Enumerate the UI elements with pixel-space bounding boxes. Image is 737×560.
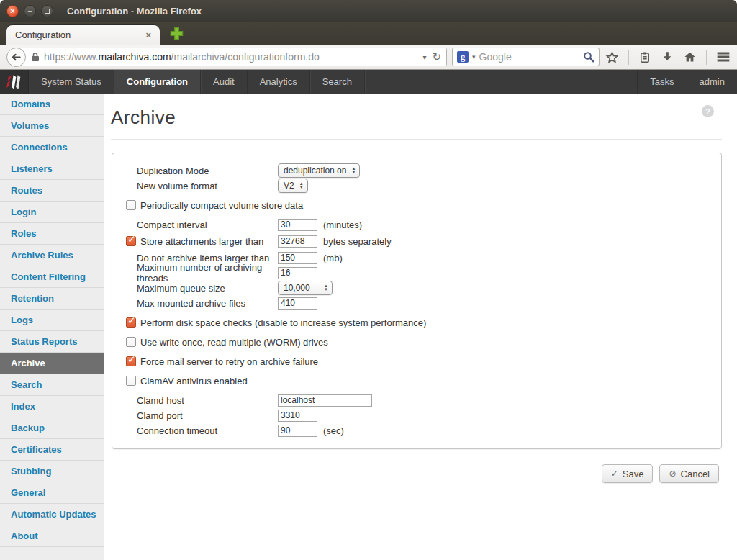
compact-interval-label: Compact interval	[137, 220, 278, 230]
spin-down-icon[interactable]: ▼	[299, 186, 304, 189]
form-row-max-archiving-threads: Maximum number of archiving threads	[126, 266, 707, 280]
new-volume-format-select[interactable]: V2▲▼	[278, 179, 308, 193]
sidebar-item-about[interactable]: About	[0, 525, 104, 547]
url-bar[interactable]: https://www.mailarchiva.com/mailarchiva/…	[16, 48, 447, 66]
max-archiving-threads-input[interactable]	[278, 267, 317, 279]
sidebar-item-stubbing[interactable]: Stubbing	[0, 461, 104, 482]
max-mounted-archive-files-input[interactable]	[278, 297, 317, 310]
compact-interval-input[interactable]	[278, 219, 317, 231]
tab-configuration[interactable]: Configuration ×	[6, 24, 160, 45]
sidebar-item-general[interactable]: General	[0, 482, 104, 504]
window-maximize-button[interactable]	[41, 5, 53, 17]
sidebar-item-domains[interactable]: Domains	[0, 94, 104, 115]
home-icon[interactable]	[683, 50, 697, 63]
form-actions: ✓ Save ⊘ Cancel	[111, 464, 719, 483]
store-attachments-larger-checkbox[interactable]: ✓	[126, 236, 136, 246]
max-item-size-input[interactable]	[278, 252, 317, 264]
compact-volume-store-label: Periodically compact volume store data	[140, 200, 303, 211]
sidebar-item-certificates[interactable]: Certificates	[0, 439, 104, 461]
search-input[interactable]: Google	[479, 51, 579, 63]
connection-timeout-input[interactable]	[278, 425, 317, 437]
browser-toolbar: https://www.mailarchiva.com/mailarchiva/…	[0, 45, 737, 70]
cancel-button[interactable]: ⊘ Cancel	[659, 464, 719, 483]
sidebar-item-volumes[interactable]: Volumes	[0, 115, 104, 137]
max-queue-size-label: Maximum queue size	[137, 283, 278, 294]
connection-timeout-suffix: (sec)	[323, 425, 344, 436]
nav-item-system-status[interactable]: System Status	[29, 70, 114, 94]
search-magnifier-icon[interactable]	[583, 51, 594, 63]
sidebar-item-automatic-updates[interactable]: Automatic Updates	[0, 504, 104, 525]
window-minimize-button[interactable]: −	[24, 5, 36, 17]
sidebar-item-index[interactable]: Index	[0, 396, 104, 417]
reload-icon[interactable]: ↻	[432, 50, 441, 63]
sidebar-item-routes[interactable]: Routes	[0, 180, 104, 202]
form-row-disk-space-checks: ✓Perform disk space checks (disable to i…	[126, 315, 707, 330]
sidebar-item-search[interactable]: Search	[0, 374, 104, 396]
tab-close-icon[interactable]: ×	[145, 30, 151, 40]
store-attachments-larger-input[interactable]	[278, 235, 317, 248]
nav-item-audit[interactable]: Audit	[201, 70, 248, 94]
new-tab-button[interactable]	[169, 26, 184, 41]
sidebar-item-login[interactable]: Login	[0, 202, 104, 223]
form-row-clamd-port: Clamd port	[126, 408, 707, 423]
spinner-arrows-icon[interactable]: ▲▼	[351, 167, 356, 174]
save-button-label: Save	[623, 469, 644, 479]
maximize-icon	[45, 9, 50, 14]
retry-on-failure-label: Force mail server to retry on archive fa…	[140, 356, 318, 367]
archive-settings-panel: Duplication Modededuplication on▲▼New vo…	[112, 153, 722, 449]
sidebar-item-archive-rules[interactable]: Archive Rules	[0, 245, 104, 266]
sidebar-item-roles[interactable]: Roles	[0, 223, 104, 245]
form-row-max-mounted-archive-files: Max mounted archive files	[126, 296, 707, 310]
sidebar-item-archive[interactable]: Archive	[0, 353, 104, 374]
search-bar[interactable]: g ▾ Google	[452, 48, 600, 66]
duplication-mode-select[interactable]: deduplication on▲▼	[278, 163, 360, 178]
form-row-store-attachments-larger: ✓Store attachments larger thanbytes sepa…	[126, 234, 707, 248]
sidebar-item-listeners[interactable]: Listeners	[0, 158, 104, 180]
bookmarks-menu-icon[interactable]	[638, 50, 651, 64]
sidebar-item-logs[interactable]: Logs	[0, 310, 104, 331]
app-nav-items: System StatusConfigurationAuditAnalytics…	[29, 70, 365, 94]
nav-item-admin[interactable]: admin	[687, 70, 737, 94]
window-close-button[interactable]: ×	[6, 5, 19, 17]
nav-item-search[interactable]: Search	[310, 70, 365, 94]
sidebar-item-connections[interactable]: Connections	[0, 137, 104, 158]
sidebar-item-backup[interactable]: Backup	[0, 417, 104, 439]
disk-space-checks-checkbox[interactable]: ✓	[126, 317, 136, 328]
sidebar-item-content-filtering[interactable]: Content Filtering	[0, 266, 104, 288]
retry-on-failure-checkbox[interactable]: ✓	[126, 356, 136, 366]
bookmark-star-icon[interactable]	[605, 50, 619, 64]
spinner-arrows-icon[interactable]: ▲▼	[299, 182, 304, 189]
worm-drives-label: Use write once, read multiple (WORM) dri…	[140, 337, 328, 348]
menu-hamburger-icon[interactable]	[716, 51, 731, 63]
help-icon[interactable]: ?	[702, 105, 714, 117]
compact-volume-store-checkbox[interactable]	[126, 200, 136, 210]
clamav-enabled-checkbox[interactable]	[126, 376, 136, 386]
clamd-host-label: Clamd host	[137, 395, 278, 406]
clamd-port-input[interactable]	[278, 410, 317, 422]
search-engine-dropdown-icon[interactable]: ▾	[472, 53, 476, 60]
mailarchiva-logo[interactable]	[0, 70, 29, 94]
sidebar-item-retention[interactable]: Retention	[0, 288, 104, 310]
nav-item-analytics[interactable]: Analytics	[248, 70, 310, 94]
cancel-button-label: Cancel	[681, 469, 710, 479]
nav-item-configuration[interactable]: Configuration	[114, 70, 201, 94]
max-queue-size-spinner[interactable]: 10,000▲▼	[278, 281, 333, 295]
lock-icon	[31, 52, 40, 62]
toolbar-icons	[605, 50, 731, 65]
url-dropdown-icon[interactable]: ▾	[422, 53, 426, 61]
worm-drives-checkbox[interactable]	[126, 337, 136, 347]
store-attachments-larger-label: Store attachments larger than	[140, 236, 278, 247]
google-logo-icon[interactable]: g	[457, 51, 469, 63]
clamd-host-input[interactable]	[278, 394, 372, 407]
content-area: Archive ? Duplication Modededuplication …	[104, 94, 737, 560]
nav-item-tasks[interactable]: Tasks	[637, 70, 686, 94]
spin-down-icon[interactable]: ▼	[351, 171, 356, 174]
save-button[interactable]: ✓ Save	[602, 464, 654, 483]
toolbar-divider	[628, 50, 629, 65]
spin-down-icon[interactable]: ▼	[324, 288, 328, 292]
sidebar-item-status-reports[interactable]: Status Reports	[0, 331, 104, 353]
spinner-arrows-icon[interactable]: ▲▼	[324, 284, 328, 292]
downloads-icon[interactable]	[661, 50, 674, 63]
back-button[interactable]	[6, 48, 26, 67]
page-title: Archive	[111, 107, 722, 129]
